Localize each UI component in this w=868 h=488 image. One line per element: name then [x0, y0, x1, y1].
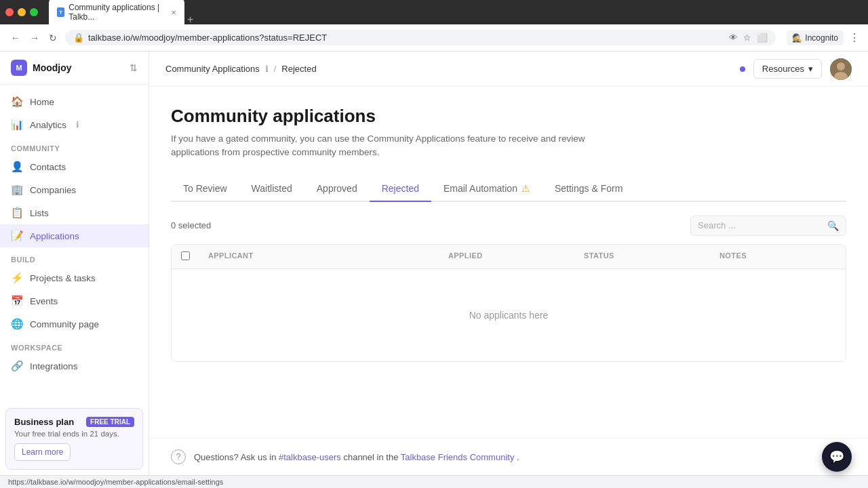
browser-extras: 🕵 Incognito ⋮ — [787, 30, 860, 45]
address-input-wrap[interactable]: 🔒 talkbase.io/w/moodjoy/member-applicati… — [65, 30, 776, 45]
svg-point-1 — [837, 62, 845, 70]
privacy-icon: 👁 — [729, 33, 738, 43]
sidebar-header: M Moodjoy ⇅ — [0, 52, 149, 85]
tabs: To Review Waitlisted Approved Rejected E… — [171, 176, 846, 202]
question-icon: ? — [171, 449, 186, 464]
search-input[interactable] — [698, 220, 823, 230]
tab-to-review[interactable]: To Review — [171, 176, 239, 202]
learn-more-button[interactable]: Learn more — [14, 443, 71, 461]
footer-text-after: . — [517, 452, 519, 462]
tab-manager-icon[interactable]: ⬜ — [757, 33, 768, 43]
tab-settings-form[interactable]: Settings & Form — [542, 176, 635, 202]
bookmark-icon[interactable]: ☆ — [743, 33, 751, 43]
th-status: STATUS — [574, 245, 710, 268]
breadcrumb-info-icon[interactable]: ℹ — [265, 64, 269, 74]
resources-button[interactable]: Resources ▾ — [753, 59, 822, 79]
workspace-icon: M — [11, 60, 27, 76]
warning-icon: ⚠ — [521, 183, 530, 194]
sidebar-expand-button[interactable]: ⇅ — [130, 62, 138, 73]
sidebar-item-projects[interactable]: ⚡ Projects & tasks — [0, 266, 149, 289]
back-button[interactable]: ← — [8, 30, 23, 46]
status-bar-url: https://talkbase.io/w/moodjoy/member-app… — [8, 478, 223, 486]
avatar[interactable] — [830, 58, 852, 80]
window-close-button[interactable] — [5, 8, 14, 16]
page-content: Community applications If you have a gat… — [149, 87, 868, 438]
search-wrap: 🔍 — [690, 216, 846, 236]
build-section-label: BUILD — [0, 247, 149, 266]
tab-rejected[interactable]: Rejected — [370, 176, 431, 202]
top-bar-right: Resources ▾ — [740, 58, 852, 80]
chat-icon: 💬 — [829, 449, 844, 464]
main-content: Community Applications ℹ / Rejected Reso… — [149, 52, 868, 475]
browser-menu-button[interactable]: ⋮ — [849, 31, 860, 44]
window-maximize-button[interactable] — [30, 8, 38, 16]
th-notes: NOTES — [710, 245, 846, 268]
sidebar-item-integrations[interactable]: 🔗 Integrations — [0, 354, 149, 378]
tab-approved[interactable]: Approved — [304, 176, 370, 202]
footer-text-middle: channel in the — [343, 452, 400, 462]
selected-count: 0 selected — [171, 220, 211, 230]
address-text: talkbase.io/w/moodjoy/member-application… — [88, 33, 725, 43]
window-minimize-button[interactable] — [18, 8, 26, 16]
workspace-section-label: WORKSPACE — [0, 336, 149, 354]
footer-text-before: Questions? Ask us in — [194, 452, 279, 462]
search-button[interactable]: 🔍 — [827, 220, 839, 231]
sidebar-item-home[interactable]: 🏠 Home — [0, 90, 149, 113]
home-icon: 🏠 — [11, 96, 23, 108]
events-icon: 📅 — [11, 295, 23, 307]
browser-chrome: T Community applications | Talkb... ✕ + — [0, 0, 868, 24]
sidebar-item-applications[interactable]: 📝 Applications — [0, 224, 149, 247]
forward-button[interactable]: → — [27, 30, 42, 46]
page-footer: ? Questions? Ask us in #talkbase-users c… — [149, 438, 868, 475]
footer-text: Questions? Ask us in #talkbase-users cha… — [194, 452, 519, 462]
browser-window-controls — [5, 8, 38, 16]
refresh-button[interactable]: ↻ — [46, 30, 60, 46]
free-trial-badge: FREE TRIAL — [86, 417, 134, 427]
address-bar: ← → ↻ 🔒 talkbase.io/w/moodjoy/member-app… — [0, 24, 868, 52]
resources-chevron-icon: ▾ — [808, 64, 813, 74]
tab-close-button[interactable]: ✕ — [171, 9, 176, 16]
analytics-info-icon: ℹ — [76, 120, 79, 129]
incognito-button[interactable]: 🕵 Incognito — [787, 30, 844, 45]
sidebar-item-lists[interactable]: 📋 Lists — [0, 201, 149, 224]
footer-link-community[interactable]: Talkbase Friends Community — [401, 452, 515, 462]
breadcrumb-separator: / — [274, 64, 277, 74]
banner-subtitle: Your free trial ends in 21 days. — [14, 430, 134, 438]
sidebar-item-contacts[interactable]: 👤 Contacts — [0, 155, 149, 178]
email-automation-label: Email Automation — [443, 183, 517, 194]
chat-bubble-button[interactable]: 💬 — [822, 442, 852, 472]
applications-table: APPLICANT APPLIED STATUS NOTES No applic… — [171, 244, 846, 362]
applications-icon: 📝 — [11, 230, 23, 242]
th-applied: APPLIED — [439, 245, 574, 268]
breadcrumb: Community Applications ℹ / Rejected — [165, 64, 317, 74]
page-title: Community applications — [171, 106, 846, 127]
address-bar-icons: 👁 ☆ ⬜ — [729, 33, 768, 43]
sidebar-item-analytics[interactable]: 📊 Analytics ℹ — [0, 113, 149, 136]
incognito-icon: 🕵 — [792, 33, 802, 43]
app-layout: M Moodjoy ⇅ 🏠 Home 📊 Analytics ℹ COMMUNI… — [0, 52, 868, 475]
sidebar-item-events[interactable]: 📅 Events — [0, 289, 149, 312]
nav-buttons: ← → ↻ — [8, 30, 60, 46]
sidebar-nav: 🏠 Home 📊 Analytics ℹ COMMUNITY 👤 Contact… — [0, 85, 149, 383]
footer-link-channel[interactable]: #talkbase-users — [279, 452, 341, 462]
select-all-checkbox[interactable] — [181, 251, 190, 260]
active-tab[interactable]: T Community applications | Talkb... ✕ — [49, 0, 184, 26]
breadcrumb-parent-link[interactable]: Community Applications — [165, 64, 260, 74]
breadcrumb-current: Rejected — [281, 64, 316, 74]
status-bar: https://talkbase.io/w/moodjoy/member-app… — [0, 475, 868, 488]
status-dot — [740, 66, 745, 72]
integrations-icon: 🔗 — [11, 360, 23, 372]
sidebar-item-community-page[interactable]: 🌐 Community page — [0, 312, 149, 336]
browser-tabs: T Community applications | Talkb... ✕ + — [49, 0, 863, 26]
tab-email-automation[interactable]: Email Automation ⚠ — [431, 176, 542, 202]
empty-state: No applicants here — [172, 269, 846, 361]
banner-title: Business plan — [14, 417, 74, 427]
lists-icon: 📋 — [11, 207, 23, 219]
empty-state-message: No applicants here — [469, 310, 549, 321]
banner-header: Business plan FREE TRIAL — [14, 417, 134, 427]
sidebar-item-companies[interactable]: 🏢 Companies — [0, 178, 149, 201]
community-page-icon: 🌐 — [11, 318, 23, 330]
top-bar: Community Applications ℹ / Rejected Reso… — [149, 52, 868, 87]
companies-icon: 🏢 — [11, 184, 23, 196]
tab-waitlisted[interactable]: Waitlisted — [239, 176, 304, 202]
